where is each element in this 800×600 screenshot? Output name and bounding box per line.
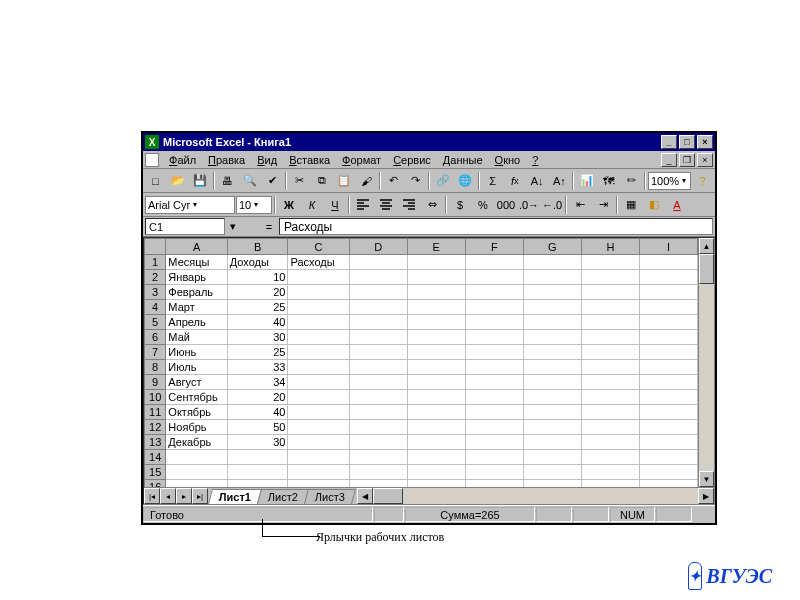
font-size-combo[interactable]: 10 bbox=[236, 196, 272, 214]
font-name-combo[interactable]: Arial Cyr bbox=[145, 196, 235, 214]
menu-данные[interactable]: Данные bbox=[437, 153, 489, 167]
cell-H6[interactable] bbox=[581, 330, 639, 345]
cell-H12[interactable] bbox=[581, 420, 639, 435]
cell-D4[interactable] bbox=[349, 300, 407, 315]
column-header-E[interactable]: E bbox=[407, 239, 465, 255]
italic-button[interactable]: К bbox=[301, 195, 323, 215]
cell-E2[interactable] bbox=[407, 270, 465, 285]
cell-F8[interactable] bbox=[465, 360, 523, 375]
print-preview-button[interactable]: 🔍 bbox=[239, 171, 260, 191]
cell-G9[interactable] bbox=[523, 375, 581, 390]
tab-next-button[interactable]: ▸ bbox=[176, 488, 192, 504]
minimize-button[interactable]: _ bbox=[661, 135, 677, 149]
cell-H15[interactable] bbox=[581, 465, 639, 480]
cell-E12[interactable] bbox=[407, 420, 465, 435]
increase-decimal-button[interactable]: .0→ bbox=[518, 195, 540, 215]
copy-button[interactable]: ⧉ bbox=[311, 171, 332, 191]
scroll-right-button[interactable]: ▶ bbox=[698, 488, 714, 504]
cell-D1[interactable] bbox=[349, 255, 407, 270]
map-button[interactable]: 🗺 bbox=[598, 171, 619, 191]
row-header-7[interactable]: 7 bbox=[145, 345, 166, 360]
cell-E11[interactable] bbox=[407, 405, 465, 420]
cell-C9[interactable]: 15 bbox=[288, 375, 349, 390]
cell-E15[interactable] bbox=[407, 465, 465, 480]
cell-A13[interactable]: Декабрь bbox=[166, 435, 227, 450]
cell-B12[interactable]: 50 bbox=[227, 420, 288, 435]
cell-G14[interactable] bbox=[523, 450, 581, 465]
cell-H11[interactable] bbox=[581, 405, 639, 420]
new-button[interactable]: □ bbox=[145, 171, 166, 191]
bold-button[interactable]: Ж bbox=[278, 195, 300, 215]
cell-D14[interactable] bbox=[349, 450, 407, 465]
cell-D8[interactable] bbox=[349, 360, 407, 375]
cell-G10[interactable] bbox=[523, 390, 581, 405]
cell-E1[interactable] bbox=[407, 255, 465, 270]
cell-E16[interactable] bbox=[407, 480, 465, 488]
close-button[interactable]: × bbox=[697, 135, 713, 149]
menu-вид[interactable]: Вид bbox=[251, 153, 283, 167]
cell-F4[interactable] bbox=[465, 300, 523, 315]
titlebar[interactable]: X Microsoft Excel - Книга1 _ □ × bbox=[143, 133, 715, 151]
cell-I12[interactable] bbox=[640, 420, 698, 435]
cell-B8[interactable]: 33 bbox=[227, 360, 288, 375]
column-header-G[interactable]: G bbox=[523, 239, 581, 255]
chart-wizard-button[interactable]: 📊 bbox=[576, 171, 597, 191]
cell-I3[interactable] bbox=[640, 285, 698, 300]
sheet-tab-Лист3[interactable]: Лист3 bbox=[304, 489, 356, 504]
print-button[interactable]: 🖶 bbox=[217, 171, 238, 191]
cell-B13[interactable]: 30 bbox=[227, 435, 288, 450]
cell-E5[interactable] bbox=[407, 315, 465, 330]
save-button[interactable]: 💾 bbox=[190, 171, 211, 191]
cell-F7[interactable] bbox=[465, 345, 523, 360]
maximize-button[interactable]: □ bbox=[679, 135, 695, 149]
cell-D13[interactable] bbox=[349, 435, 407, 450]
cell-F2[interactable] bbox=[465, 270, 523, 285]
cell-I13[interactable] bbox=[640, 435, 698, 450]
cell-C8[interactable]: 33 bbox=[288, 360, 349, 375]
cell-B4[interactable]: 25 bbox=[227, 300, 288, 315]
cell-D7[interactable] bbox=[349, 345, 407, 360]
menu-?[interactable]: ? bbox=[526, 153, 544, 167]
cell-C6[interactable]: 35 bbox=[288, 330, 349, 345]
cell-E14[interactable] bbox=[407, 450, 465, 465]
cell-A12[interactable]: Ноябрь bbox=[166, 420, 227, 435]
cell-G11[interactable] bbox=[523, 405, 581, 420]
tab-last-button[interactable]: ▸| bbox=[192, 488, 208, 504]
cell-D10[interactable] bbox=[349, 390, 407, 405]
borders-button[interactable]: ▦ bbox=[620, 195, 642, 215]
row-header-14[interactable]: 14 bbox=[145, 450, 166, 465]
cell-D6[interactable] bbox=[349, 330, 407, 345]
row-header-1[interactable]: 1 bbox=[145, 255, 166, 270]
spelling-button[interactable]: ✔ bbox=[261, 171, 282, 191]
increase-indent-button[interactable]: ⇥ bbox=[592, 195, 614, 215]
cell-B16[interactable] bbox=[227, 480, 288, 488]
cell-G16[interactable] bbox=[523, 480, 581, 488]
cell-I1[interactable] bbox=[640, 255, 698, 270]
row-header-16[interactable]: 16 bbox=[145, 480, 166, 488]
cell-D3[interactable] bbox=[349, 285, 407, 300]
cell-H16[interactable] bbox=[581, 480, 639, 488]
align-right-button[interactable] bbox=[398, 195, 420, 215]
row-header-11[interactable]: 11 bbox=[145, 405, 166, 420]
font-color-button[interactable]: A bbox=[666, 195, 688, 215]
column-header-C[interactable]: C bbox=[288, 239, 349, 255]
redo-button[interactable]: ↷ bbox=[405, 171, 426, 191]
cell-I10[interactable] bbox=[640, 390, 698, 405]
cell-I14[interactable] bbox=[640, 450, 698, 465]
menu-файл[interactable]: Файл bbox=[163, 153, 202, 167]
cell-C3[interactable]: 7 bbox=[288, 285, 349, 300]
cell-G13[interactable] bbox=[523, 435, 581, 450]
horizontal-scrollbar[interactable]: ◀ ▶ bbox=[357, 488, 714, 504]
menu-окно[interactable]: Окно bbox=[489, 153, 527, 167]
vertical-scrollbar[interactable]: ▲ ▼ bbox=[698, 238, 714, 487]
select-all-corner[interactable] bbox=[145, 239, 166, 255]
function-wizard-button[interactable]: fx bbox=[504, 171, 525, 191]
cell-A11[interactable]: Октябрь bbox=[166, 405, 227, 420]
cell-H4[interactable] bbox=[581, 300, 639, 315]
cell-C4[interactable]: 20 bbox=[288, 300, 349, 315]
row-header-2[interactable]: 2 bbox=[145, 270, 166, 285]
column-header-I[interactable]: I bbox=[640, 239, 698, 255]
row-header-10[interactable]: 10 bbox=[145, 390, 166, 405]
cell-A3[interactable]: Февраль bbox=[166, 285, 227, 300]
cell-A4[interactable]: Март bbox=[166, 300, 227, 315]
